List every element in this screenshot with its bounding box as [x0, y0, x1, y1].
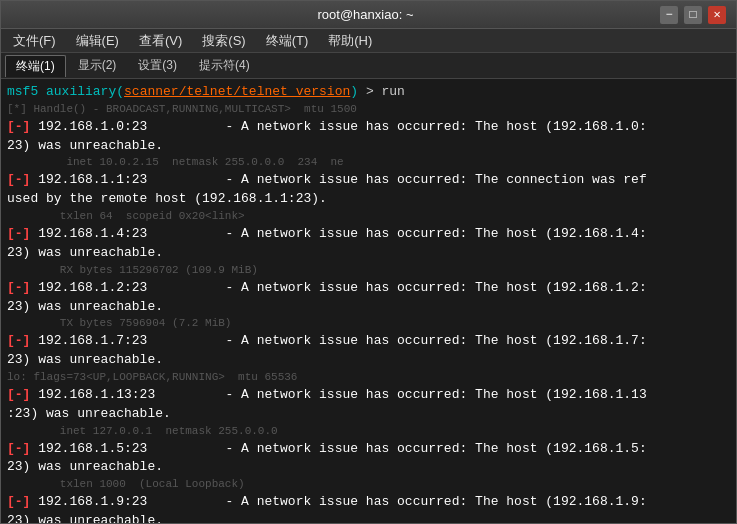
terminal-error-line: :23) was unreachable.	[7, 405, 730, 424]
tab-display[interactable]: 显示(2)	[68, 55, 127, 76]
tab-terminal[interactable]: 终端(1)	[5, 55, 66, 77]
terminal-error-line: 23) was unreachable.	[7, 298, 730, 317]
maximize-button[interactable]: □	[684, 6, 702, 24]
terminal-error-line: [-] 192.168.1.13:23 - A network issue ha…	[7, 386, 730, 405]
menu-file[interactable]: 文件(F)	[5, 30, 64, 52]
terminal-error-line: [-] 192.168.1.5:23 - A network issue has…	[7, 440, 730, 459]
minimize-button[interactable]: −	[660, 6, 678, 24]
terminal-line: lo: flags=73<UP,LOOPBACK,RUNNING> mtu 65…	[7, 370, 730, 386]
menu-view[interactable]: 查看(V)	[131, 30, 190, 52]
terminal-line: TX bytes 7596904 (7.2 MiB)	[7, 316, 730, 332]
menu-search[interactable]: 搜索(S)	[194, 30, 253, 52]
window-title: root@hanxiao: ~	[71, 7, 660, 22]
terminal-error-line: [-] 192.168.1.9:23 - A network issue has…	[7, 493, 730, 512]
terminal-error-line: 23) was unreachable.	[7, 512, 730, 523]
terminal-output[interactable]: msf5 auxiliary(scanner/telnet/telnet_ver…	[1, 79, 736, 523]
terminal-line: RX bytes 115296702 (109.9 MiB)	[7, 263, 730, 279]
terminal-error-line: [-] 192.168.1.4:23 - A network issue has…	[7, 225, 730, 244]
window-controls: − □ ✕	[660, 6, 726, 24]
terminal-line: [*] Handle() - BROADCAST,RUNNING,MULTICA…	[7, 102, 730, 118]
terminal-error-line: 23) was unreachable.	[7, 458, 730, 477]
terminal-line: inet 127.0.0.1 netmask 255.0.0.0	[7, 424, 730, 440]
close-button[interactable]: ✕	[708, 6, 726, 24]
menu-edit[interactable]: 编辑(E)	[68, 30, 127, 52]
terminal-error-line: [-] 192.168.1.1:23 - A network issue has…	[7, 171, 730, 190]
terminal-error-line: [-] 192.168.1.2:23 - A network issue has…	[7, 279, 730, 298]
terminal-error-line: 23) was unreachable.	[7, 244, 730, 263]
terminal-error-line: 23) was unreachable.	[7, 351, 730, 370]
tab-bar: 终端(1) 显示(2) 设置(3) 提示符(4)	[1, 53, 736, 79]
menu-help[interactable]: 帮助(H)	[320, 30, 380, 52]
menu-bar: 文件(F) 编辑(E) 查看(V) 搜索(S) 终端(T) 帮助(H)	[1, 29, 736, 53]
terminal-line-prompt: msf5 auxiliary(scanner/telnet/telnet_ver…	[7, 83, 730, 102]
terminal-line: txlen 64 scopeid 0x20<link>	[7, 209, 730, 225]
terminal-error-line: [-] 192.168.1.7:23 - A network issue has…	[7, 332, 730, 351]
terminal-error-line: [-] 192.168.1.0:23 - A network issue has…	[7, 118, 730, 137]
terminal-line: txlen 1000 (Local Loopback)	[7, 477, 730, 493]
terminal-window: root@hanxiao: ~ − □ ✕ 文件(F) 编辑(E) 查看(V) …	[0, 0, 737, 524]
tab-prompt[interactable]: 提示符(4)	[189, 55, 260, 76]
menu-terminal[interactable]: 终端(T)	[258, 30, 317, 52]
title-bar: root@hanxiao: ~ − □ ✕	[1, 1, 736, 29]
terminal-error-line: used by the remote host (192.168.1.1:23)…	[7, 190, 730, 209]
terminal-line: inet 10.0.2.15 netmask 255.0.0.0 234 ne	[7, 155, 730, 171]
tab-settings[interactable]: 设置(3)	[128, 55, 187, 76]
terminal-error-line: 23) was unreachable.	[7, 137, 730, 156]
